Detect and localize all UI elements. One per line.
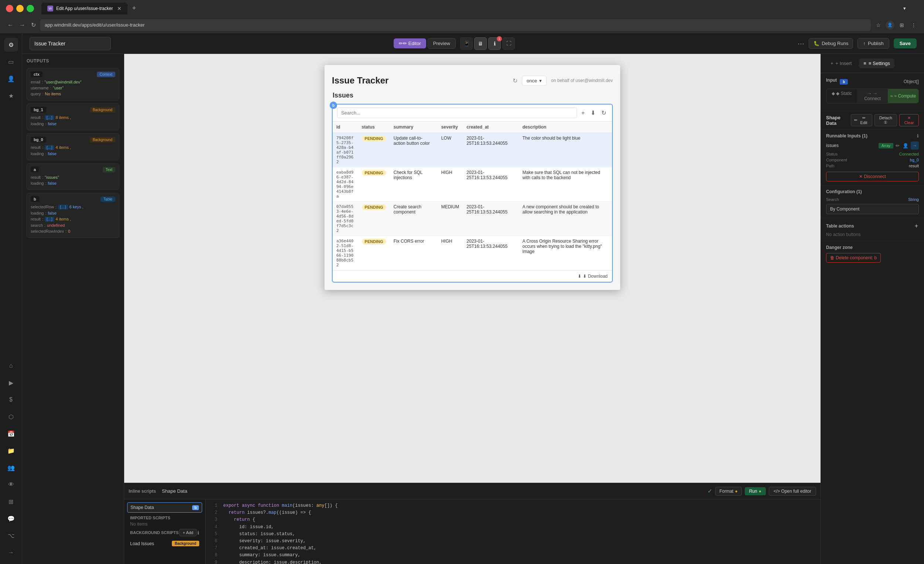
canvas-refresh-button[interactable]: ↻ — [513, 77, 518, 84]
shape-data-actions: ✏ ✏ Edit Detach ① ✕ Clear — [851, 114, 919, 126]
sidebar-icon-grid[interactable]: ⊞ — [4, 495, 18, 509]
table-search-input[interactable] — [337, 108, 577, 118]
sidebar-icon-windmill[interactable]: ⚙ — [4, 38, 18, 52]
run-button[interactable]: Run ● — [745, 487, 766, 495]
new-tab-button[interactable]: + — [129, 3, 139, 13]
cell-created-at: 2023-01-25T16:13:53.244055 — [463, 133, 519, 167]
sidebar-icon-play[interactable]: ▶ — [4, 376, 18, 390]
sidebar-icon-home[interactable]: ⌂ — [4, 359, 18, 373]
extensions-icon[interactable]: ⊞ — [897, 21, 906, 30]
info-button[interactable]: ℹ1 — [488, 37, 501, 50]
forward-button[interactable]: → — [18, 20, 27, 30]
format-button[interactable]: Format ● — [715, 487, 741, 496]
compute-tab[interactable]: ≈ ≈ Compute — [888, 89, 918, 103]
table-component[interactable]: b + ⬇ ↻ — [332, 104, 613, 283]
address-bar[interactable] — [40, 19, 871, 31]
bg1-expand[interactable]: […] — [45, 115, 54, 120]
danger-title: Danger zone — [826, 245, 919, 250]
issues-input-actions: Array ✏ 👤 → — [879, 141, 919, 150]
clear-button[interactable]: ✕ Clear — [899, 114, 919, 126]
bg-script-item[interactable]: Load Issues Background — [127, 539, 202, 549]
sidebar-icon-folder[interactable]: 📁 — [4, 444, 18, 458]
bg0-badge: Background — [90, 137, 116, 142]
table-row[interactable]: 794208f5-2735-428a-b4af-b071ff0a2962 PEN… — [333, 133, 612, 167]
close-button[interactable] — [6, 5, 13, 12]
table-row[interactable]: eaba8d96-e387-4d2d-8494-096e4143b8fa PEN… — [333, 167, 612, 202]
sidebar-icon-user[interactable]: 👤 — [4, 72, 18, 86]
table-refresh-button[interactable]: ↻ — [600, 108, 608, 118]
code-line: 9 description: issue.description, — [210, 559, 816, 564]
b-result-expand[interactable]: […] — [45, 217, 54, 221]
save-button[interactable]: Save — [894, 39, 916, 48]
table-add-button[interactable]: + — [580, 108, 586, 118]
sidebar-icon-puzzle[interactable]: ⬡ — [4, 410, 18, 423]
table-body: 794208f5-2735-428a-b4af-b071ff0a2962 PEN… — [333, 133, 612, 270]
bookmark-icon[interactable]: ☆ — [874, 21, 883, 30]
edit-shape-data-button[interactable]: ✏ ✏ Edit — [851, 114, 872, 126]
sidebar-icon-dollar[interactable]: $ — [4, 393, 18, 407]
minimize-button[interactable] — [16, 5, 24, 12]
delete-component-button[interactable]: 🗑 Delete component: b — [826, 253, 881, 263]
add-script-button[interactable]: + Add — [179, 529, 196, 536]
shape-data-script-item[interactable]: Shape Data b — [127, 502, 202, 513]
edit-issues-button[interactable]: ✏ — [895, 142, 900, 149]
app-canvas: Issue Tracker ↻ once ▾ on behalf of user… — [324, 65, 620, 290]
canvas-background[interactable]: Issue Tracker ↻ once ▾ on behalf of user… — [124, 54, 820, 483]
desktop-button[interactable]: 🖥 — [474, 37, 487, 50]
arrow-issues-button[interactable]: → — [911, 141, 919, 150]
static-tab[interactable]: ◆ ◆ Static — [826, 89, 857, 103]
sidebar-icon-star[interactable]: ★ — [4, 89, 18, 103]
shape-data-area: Shape Data — [162, 488, 705, 494]
table-download-button[interactable]: ⬇ — [589, 108, 597, 118]
close-tab-icon[interactable]: ✕ — [117, 6, 122, 12]
profile-icon[interactable]: 👤 — [885, 21, 894, 30]
editor-button[interactable]: ✏ ✏ Editor — [394, 39, 426, 48]
table-actions-section: Table actions + No action buttons — [821, 218, 924, 241]
table-row[interactable]: 07da0553-4e6e-4d56-8ded-5fd0f7d5c3c2 PEN… — [333, 202, 612, 236]
mobile-button[interactable]: 📱 — [460, 37, 473, 50]
sidebar-icon-pages[interactable]: ▭ — [4, 55, 18, 69]
open-editor-button[interactable]: </> Open full editor — [769, 487, 816, 496]
add-table-action-button[interactable]: + — [914, 222, 919, 230]
sidebar-icon-github[interactable]: ⌥ — [4, 528, 18, 543]
once-button[interactable]: once ▾ — [522, 76, 547, 86]
download-button[interactable]: ⬇ ⬇ Download — [578, 274, 608, 279]
settings-tab[interactable]: ≡ ≡ Settings — [859, 58, 894, 68]
back-button[interactable]: ← — [6, 20, 15, 30]
b-expand[interactable]: {…} — [58, 205, 68, 209]
preview-button[interactable]: Preview — [428, 38, 456, 49]
menu-icon[interactable]: ⋮ — [909, 21, 918, 30]
fullscreen-button[interactable]: ⛶ — [502, 37, 515, 50]
cell-created-at: 2023-01-25T16:13:53.244055 — [463, 167, 519, 202]
sidebar-icon-users[interactable]: 👥 — [4, 461, 18, 474]
active-tab[interactable]: W Edit App u/user/issue-tracker ✕ — [41, 3, 128, 14]
component-badge-b: b — [330, 102, 337, 109]
config-section: Configuration (1) Search String By Compo… — [821, 186, 924, 218]
code-sidebar: Shape Data b Imported scripts No items B… — [124, 500, 206, 564]
debug-button[interactable]: 🐛 Debug Runs — [808, 38, 853, 49]
connect-issues-button[interactable]: 👤 — [902, 142, 909, 149]
detach-button[interactable]: Detach ① — [874, 114, 897, 126]
cell-description: A new component should be created to all… — [519, 202, 612, 236]
insert-tab[interactable]: + + Insert — [826, 58, 856, 68]
ctx-output: ctx Context email : "user@windmill.dev" … — [27, 68, 119, 100]
sidebar-icon-calendar[interactable]: 📅 — [4, 426, 18, 441]
more-button[interactable]: ⋯ — [798, 39, 804, 48]
device-buttons: 📱 🖥 ℹ1 ⛶ — [460, 37, 515, 50]
disconnect-button[interactable]: ✕ Disconnect — [826, 172, 919, 181]
connect-tab[interactable]: → → Connect — [857, 89, 888, 103]
maximize-button[interactable] — [27, 5, 34, 12]
sidebar-icon-eye[interactable]: 👁 — [4, 477, 18, 492]
code-editor[interactable]: 1export async function main(issues: any[… — [206, 500, 820, 564]
app-title-input[interactable] — [30, 37, 111, 50]
sidebar-icon-arrow[interactable]: → — [4, 546, 18, 560]
cell-description: The color should be light blue — [519, 133, 612, 167]
table-row[interactable]: a36e4402-51d8-4d15-b566-119088b8cb52 PEN… — [333, 236, 612, 270]
refresh-button[interactable]: ↻ — [30, 20, 38, 30]
bg0-expand[interactable]: […] — [45, 145, 54, 150]
table-actions-title: Table actions — [826, 223, 854, 229]
sidebar-icon-discord[interactable]: 💬 — [4, 512, 18, 525]
search-select[interactable]: By Component — [826, 204, 919, 214]
publish-button[interactable]: ↑ Publish — [858, 38, 889, 49]
canvas-header-actions: ↻ once ▾ on behalf of user@windmill.dev — [513, 76, 613, 86]
